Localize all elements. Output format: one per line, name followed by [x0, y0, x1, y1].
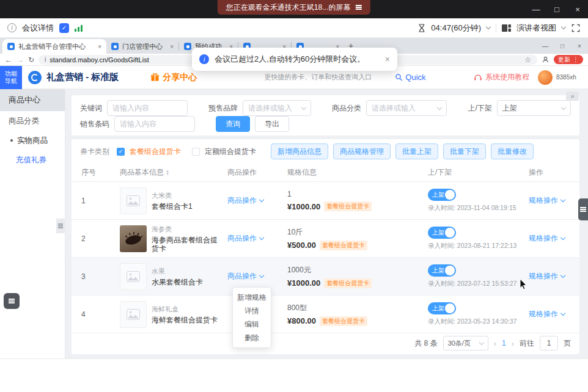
goto-label: 前往	[520, 338, 534, 349]
spec-manage-button[interactable]: 商品规格管理	[333, 143, 391, 159]
shelf-toggle[interactable]: 上架	[428, 264, 456, 277]
product-category: 水果	[152, 267, 203, 276]
sidebar-item-physical-goods[interactable]: 实物商品	[0, 131, 65, 150]
product-image-placeholder	[120, 263, 147, 290]
goods-operation-link[interactable]: 商品操作	[227, 195, 263, 206]
shelf-toggle[interactable]: 上架	[428, 227, 456, 239]
add-goods-button[interactable]: 新增商品信息	[271, 143, 328, 159]
next-page-button[interactable]: ›	[512, 339, 514, 348]
tutorial-label: 系统使用教程	[485, 72, 529, 82]
entry-time: 录入时间: 2023-05-23 14:30:37	[428, 318, 516, 326]
page-size-select[interactable]: 30条/页	[443, 336, 488, 350]
spec-operation-link[interactable]: 规格操作	[529, 195, 565, 206]
view-mode-selector[interactable]: 演讲者视图	[516, 23, 556, 34]
prev-page-button[interactable]: ‹	[494, 339, 496, 348]
sort-icons[interactable]: ▲▼	[166, 170, 169, 176]
page-number-current[interactable]: 1	[502, 339, 506, 347]
keyword-label: 关键词	[80, 103, 102, 114]
spec-text: 800型	[287, 303, 423, 313]
checkbox-fixed-card-label[interactable]: 定额组合提货卡	[205, 147, 256, 157]
barcode-input[interactable]	[114, 116, 195, 132]
barcode-label: 销售条码	[80, 119, 109, 129]
profile-icon[interactable]	[542, 56, 549, 64]
security-shield-icon[interactable]: ✓	[59, 23, 69, 33]
banner-menu-icon[interactable]	[356, 7, 362, 8]
spec-operation-link[interactable]: 规格操作	[529, 271, 565, 281]
spec-operation-link[interactable]: 规格操作	[529, 309, 565, 319]
notification-text: 会议已超过2人,自动转为60分钟限时会议。	[215, 54, 365, 65]
back-icon[interactable]: ←	[5, 56, 12, 64]
search-button[interactable]: 查询	[216, 116, 250, 132]
browser-close-button[interactable]: ×	[571, 43, 588, 49]
browser-update-badge[interactable]: 更新 ⋮	[554, 55, 583, 64]
window-close-button[interactable]: ×	[567, 0, 588, 18]
forward-icon[interactable]: →	[17, 56, 24, 64]
window-maximize-button[interactable]: □	[546, 0, 567, 18]
brand-label: 预售品牌	[208, 103, 238, 114]
meeting-timer[interactable]: 04:47(60分钟)	[431, 23, 481, 34]
browser-tab-2[interactable]: 门店管理中心 ×	[106, 39, 178, 54]
meeting-side-panel-handle[interactable]	[578, 198, 588, 220]
category-select-placeholder: 请选择或输入	[372, 103, 416, 114]
user-avatar[interactable]	[538, 70, 553, 85]
batch-off-shelf-button[interactable]: 批量下架	[443, 143, 486, 159]
dropdown-item-detail[interactable]: 详情	[233, 304, 271, 318]
browser-minimize-button[interactable]: —	[537, 43, 554, 49]
tab-close-icon[interactable]: ×	[170, 43, 174, 50]
tab-close-icon[interactable]: ×	[98, 43, 101, 50]
bookmark-star-icon[interactable]: ☆	[524, 56, 531, 64]
col-goods-header: 商品基本信息▲▼	[117, 167, 227, 178]
sidebar-item-goods-category[interactable]: 商品分类	[0, 111, 65, 131]
col-index-header: 序号	[72, 167, 117, 178]
shelf-toggle[interactable]: 上架	[428, 189, 456, 201]
goods-operation-dropdown: 新增规格 详情 编辑 删除	[232, 287, 271, 348]
shelf-toggle[interactable]: 上架	[428, 302, 456, 314]
meeting-details-link[interactable]: 会议详情	[22, 23, 54, 34]
category-select[interactable]: 请选择或输入	[366, 100, 447, 116]
panel-collapse-button[interactable]: »	[566, 92, 579, 101]
sidebar-drag-handle[interactable]	[56, 219, 65, 233]
window-minimize-button[interactable]: —	[526, 0, 546, 18]
share-hint-text: 更快捷的券卡、订单和快递查询入口	[264, 73, 372, 82]
shelf-select[interactable]: 上架	[497, 100, 571, 116]
info-icon: i	[7, 23, 17, 32]
reload-icon[interactable]: ↻	[28, 56, 34, 64]
fullscreen-icon[interactable]	[571, 23, 581, 33]
handle-menu-icon	[580, 209, 586, 210]
dropdown-item-delete[interactable]: 删除	[233, 331, 271, 344]
divider	[496, 23, 496, 33]
tutorial-link[interactable]: 系统使用教程	[474, 72, 529, 82]
share-center-link[interactable]: 分享中心	[150, 72, 197, 83]
export-button[interactable]: 导出	[255, 116, 289, 132]
checkbox-combo-card-checked[interactable]: ✓	[117, 148, 125, 156]
dropdown-item-edit[interactable]: 编辑	[233, 318, 271, 331]
handle-menu-icon	[58, 225, 63, 227]
batch-on-shelf-button[interactable]: 批量上架	[395, 143, 438, 159]
dropdown-item-add-spec[interactable]: 新增规格	[233, 291, 271, 304]
batch-edit-button[interactable]: 批量修改	[491, 143, 534, 159]
product-category: 海参类	[152, 225, 224, 234]
keyword-input[interactable]	[107, 100, 188, 116]
update-label: 更新	[558, 56, 570, 64]
sidebar-item-recharge-voucher[interactable]: 充值礼券	[0, 150, 65, 170]
goto-page-input[interactable]	[540, 336, 558, 350]
browser-menu-kebab-icon[interactable]: ⋮	[573, 56, 579, 63]
quick-search-link[interactable]: Quick	[395, 73, 425, 82]
spec-operation-link[interactable]: 规格操作	[529, 233, 565, 244]
view-chevron-down-icon[interactable]	[561, 24, 566, 29]
goods-operation-link[interactable]: 商品操作	[227, 233, 263, 244]
goods-operation-link-open[interactable]: 商品操作	[227, 271, 263, 281]
pagination-total: 共 8 条	[414, 338, 437, 349]
checkbox-fixed-card-unchecked[interactable]	[192, 148, 200, 156]
browser-maximize-button[interactable]: □	[554, 43, 571, 49]
site-info-icon[interactable]: i	[45, 57, 46, 63]
checkbox-combo-card-label[interactable]: 套餐组合提货卡	[130, 147, 181, 157]
browser-tab-1[interactable]: 礼盒营销平台管理中心 ×	[2, 39, 106, 54]
sidebar-section-goods-center[interactable]: 商品中心	[0, 89, 65, 111]
brand-select[interactable]: 请选择或输入	[243, 100, 311, 116]
floating-list-widget[interactable]	[4, 293, 20, 309]
timer-chevron-down-icon[interactable]	[486, 24, 491, 29]
notification-close-icon[interactable]: ×	[385, 54, 390, 64]
col-goods-op-header: 商品操作	[227, 167, 282, 178]
function-nav-button[interactable]: 功能 导航	[0, 66, 22, 89]
